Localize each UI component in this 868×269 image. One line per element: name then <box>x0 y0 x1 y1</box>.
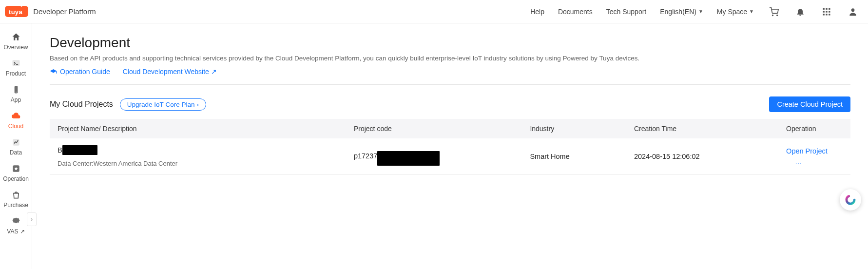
logo[interactable]: tuya° <box>5 6 28 17</box>
sidebar-item-label: Purchase <box>3 202 28 209</box>
topbar-left: tuya° Developer Platform <box>5 6 96 17</box>
link-label: Operation Guide <box>60 68 110 76</box>
svg-point-17 <box>847 196 854 204</box>
chevron-down-icon: ▼ <box>698 9 703 14</box>
topbar: tuya° Developer Platform Help Documents … <box>0 0 868 23</box>
link-label: Cloud Development Website ↗ <box>123 68 217 76</box>
project-code-prefix: p17237 <box>354 152 377 159</box>
badge-icon <box>11 216 21 226</box>
nav-help[interactable]: Help <box>530 8 544 16</box>
redacted-block <box>377 151 440 166</box>
page-title: Development <box>50 35 850 51</box>
svg-rect-6 <box>826 11 827 12</box>
sidebar-item-label: Data <box>10 149 22 156</box>
cell-creation-time: 2024-08-15 12:06:02 <box>626 138 778 174</box>
svg-rect-9 <box>826 14 827 15</box>
sidebar-item-product[interactable]: Product <box>0 55 32 81</box>
sidebar-item-app[interactable]: App <box>0 81 32 107</box>
chevron-down-icon: ▼ <box>749 9 754 14</box>
dc-value: Western America Data Center <box>94 160 177 167</box>
sidebar-item-data[interactable]: Data <box>0 134 32 160</box>
svg-point-1 <box>777 15 778 16</box>
user-icon[interactable] <box>847 5 859 18</box>
sidebar-item-label: Overview <box>3 44 28 51</box>
section-header: My Cloud Projects Upgrade IoT Core Plan … <box>50 96 850 112</box>
upgrade-plan-button[interactable]: Upgrade IoT Core Plan › <box>120 98 206 111</box>
main-content: Development Based on the API products an… <box>32 23 868 269</box>
topbar-right: Help Documents Tech Support English(EN) … <box>530 5 859 18</box>
redacted-block <box>62 145 97 155</box>
svg-rect-7 <box>829 11 830 12</box>
svg-point-14 <box>16 92 17 93</box>
sidebar-item-label: Cloud <box>8 123 23 130</box>
chevron-right-icon: › <box>196 101 199 108</box>
page-description: Based on the API products and supporting… <box>50 55 850 62</box>
sidebar-item-label: VAS ↗ <box>7 228 24 235</box>
svg-rect-10 <box>829 14 830 15</box>
col-operation: Operation <box>778 119 850 138</box>
col-creation-time: Creation Time <box>626 119 778 138</box>
dc-label: Data Center: <box>58 160 94 167</box>
sidebar-item-overview[interactable]: Overview <box>0 28 32 55</box>
sidebar: Overview Product App Cloud Data Operatio… <box>0 23 32 269</box>
svg-rect-5 <box>823 11 825 12</box>
svg-rect-4 <box>829 8 830 9</box>
terminal-icon <box>11 58 21 68</box>
nav-tech-support[interactable]: Tech Support <box>606 8 647 16</box>
assistant-fab[interactable] <box>840 189 861 211</box>
section-title: My Cloud Projects <box>50 100 113 109</box>
nav-language[interactable]: English(EN) ▼ <box>660 8 703 16</box>
sidebar-collapse-toggle[interactable]: › <box>27 212 37 226</box>
nav-my-space[interactable]: My Space ▼ <box>717 8 754 16</box>
brand-title: Developer Platform <box>33 7 96 16</box>
chart-icon <box>11 137 21 147</box>
link-cloud-dev-website[interactable]: Cloud Development Website ↗ <box>123 68 217 76</box>
sidebar-item-purchase[interactable]: Purchase <box>0 186 32 212</box>
sidebar-item-label: App <box>11 96 21 103</box>
button-label: Upgrade IoT Core Plan <box>127 101 195 108</box>
col-project-name: Project Name/ Description <box>50 119 346 138</box>
cloud-icon <box>11 111 21 121</box>
sidebar-item-cloud[interactable]: Cloud <box>0 107 32 134</box>
table-row: B Data Center:Western America Data Cente… <box>50 138 850 174</box>
nav-documents[interactable]: Documents <box>558 8 593 16</box>
home-icon <box>11 32 21 42</box>
svg-point-11 <box>851 8 855 12</box>
apps-grid-icon[interactable] <box>820 5 833 18</box>
phone-icon <box>11 85 21 95</box>
cart-icon[interactable] <box>768 5 780 18</box>
swirl-icon <box>844 193 857 207</box>
star-box-icon <box>11 164 21 173</box>
nav-my-space-label: My Space <box>717 8 747 16</box>
sidebar-item-label: Operation <box>3 175 29 182</box>
page-links: Operation Guide Cloud Development Websit… <box>50 68 850 85</box>
svg-point-0 <box>772 15 773 16</box>
sidebar-item-operation[interactable]: Operation <box>0 160 32 186</box>
nav-language-label: English(EN) <box>660 8 696 16</box>
projects-table: Project Name/ Description Project code I… <box>50 119 850 174</box>
svg-rect-8 <box>823 14 825 15</box>
col-industry: Industry <box>522 119 626 138</box>
cell-industry: Smart Home <box>522 138 626 174</box>
link-operation-guide[interactable]: Operation Guide <box>50 68 110 76</box>
col-project-code: Project code <box>346 119 522 138</box>
chevron-right-icon: › <box>31 215 33 223</box>
svg-rect-2 <box>823 8 825 9</box>
bell-icon[interactable] <box>794 5 807 18</box>
bag-icon <box>11 190 21 200</box>
svg-rect-3 <box>826 8 827 9</box>
project-name-prefix: B <box>58 146 62 154</box>
graduation-cap-icon <box>50 68 57 76</box>
more-actions[interactable]: … <box>786 158 843 166</box>
sidebar-item-label: Product <box>6 70 26 77</box>
open-project-link[interactable]: Open Project <box>786 147 828 155</box>
create-cloud-project-button[interactable]: Create Cloud Project <box>769 96 850 112</box>
